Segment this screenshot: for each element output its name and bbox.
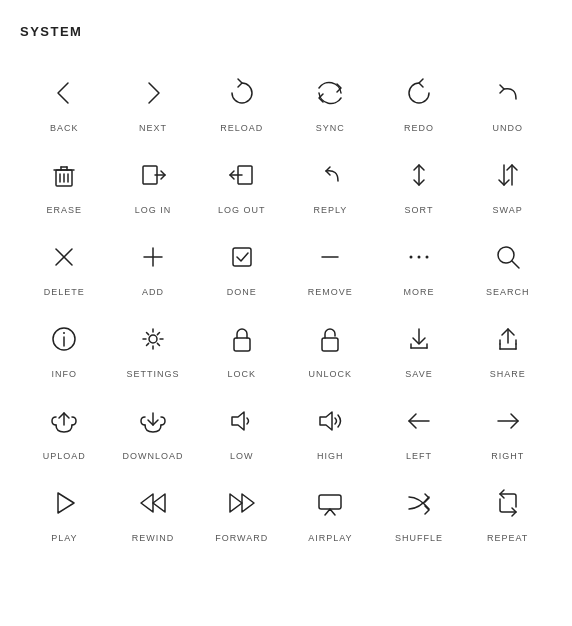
svg-point-27	[149, 335, 157, 343]
rewind-icon-cell[interactable]: REWIND	[109, 469, 198, 551]
delete-icon-cell[interactable]: DELETE	[20, 223, 109, 305]
search-icon-cell[interactable]: SEARCH	[463, 223, 552, 305]
unlock-icon-cell[interactable]: UNLOCK	[286, 305, 375, 387]
next-label: NEXT	[139, 123, 167, 133]
upload-icon	[40, 397, 88, 445]
reply-icon-cell[interactable]: REPLY	[286, 141, 375, 223]
play-icon-cell[interactable]: PLAY	[20, 469, 109, 551]
share-icon	[484, 315, 532, 363]
redo-icon	[395, 69, 443, 117]
logout-icon-cell[interactable]: LOG OUT	[197, 141, 286, 223]
high-label: HIGH	[317, 451, 344, 461]
login-icon	[129, 151, 177, 199]
done-icon-cell[interactable]: DONE	[197, 223, 286, 305]
play-icon	[40, 479, 88, 527]
section-title: SYSTEM	[20, 24, 552, 39]
svg-rect-28	[234, 338, 250, 351]
reply-icon	[306, 151, 354, 199]
sync-icon-cell[interactable]: SYNC	[286, 59, 375, 141]
svg-line-23	[512, 261, 519, 268]
sort-label: SORT	[405, 205, 434, 215]
play-label: PLAY	[51, 533, 77, 543]
save-label: SAVE	[405, 369, 432, 379]
high-icon-cell[interactable]: HIGH	[286, 387, 375, 469]
download-icon	[129, 397, 177, 445]
shuffle-label: SHUFFLE	[395, 533, 443, 543]
more-icon-cell[interactable]: MORE	[375, 223, 464, 305]
sync-label: SYNC	[316, 123, 345, 133]
forward-icon-cell[interactable]: FORWARD	[197, 469, 286, 551]
swap-icon	[484, 151, 532, 199]
save-icon-cell[interactable]: SAVE	[375, 305, 464, 387]
settings-label: SETTINGS	[126, 369, 179, 379]
add-icon	[129, 233, 177, 281]
airplay-icon	[306, 479, 354, 527]
svg-marker-43	[320, 412, 332, 430]
info-icon-cell[interactable]: INFO	[20, 305, 109, 387]
icon-grid: BACK NEXT RELOAD SYNC	[20, 59, 552, 551]
done-icon	[218, 233, 266, 281]
share-icon-cell[interactable]: SHARE	[463, 305, 552, 387]
next-icon-cell[interactable]: NEXT	[109, 59, 198, 141]
reload-icon	[218, 69, 266, 117]
left-icon-cell[interactable]: LEFT	[375, 387, 464, 469]
forward-icon	[218, 479, 266, 527]
shuffle-icon-cell[interactable]: SHUFFLE	[375, 469, 464, 551]
svg-point-26	[63, 332, 65, 334]
airplay-icon-cell[interactable]: AIRPLAY	[286, 469, 375, 551]
svg-marker-46	[58, 493, 74, 513]
remove-icon	[306, 233, 354, 281]
add-label: ADD	[142, 287, 164, 297]
erase-icon-cell[interactable]: ERASE	[20, 141, 109, 223]
airplay-label: AIRPLAY	[308, 533, 352, 543]
rewind-label: REWIND	[132, 533, 175, 543]
redo-label: REDO	[404, 123, 434, 133]
delete-icon	[40, 233, 88, 281]
lock-icon-cell[interactable]: LOCK	[197, 305, 286, 387]
search-label: SEARCH	[486, 287, 530, 297]
settings-icon-cell[interactable]: SETTINGS	[109, 305, 198, 387]
download-icon-cell[interactable]: DOWNLOAD	[109, 387, 198, 469]
forward-label: FORWARD	[215, 533, 268, 543]
svg-marker-50	[242, 494, 254, 512]
svg-marker-42	[232, 412, 244, 430]
sync-icon	[306, 69, 354, 117]
right-label: RIGHT	[491, 451, 524, 461]
back-icon-cell[interactable]: BACK	[20, 59, 109, 141]
remove-label: REMOVE	[308, 287, 353, 297]
more-label: MORE	[403, 287, 434, 297]
undo-icon-cell[interactable]: UNDO	[463, 59, 552, 141]
sort-icon-cell[interactable]: SORT	[375, 141, 464, 223]
svg-point-19	[409, 256, 412, 259]
remove-icon-cell[interactable]: REMOVE	[286, 223, 375, 305]
lock-label: LOCK	[227, 369, 256, 379]
svg-point-21	[425, 256, 428, 259]
low-icon	[218, 397, 266, 445]
more-icon	[395, 233, 443, 281]
left-icon	[395, 397, 443, 445]
swap-icon-cell[interactable]: SWAP	[463, 141, 552, 223]
redo-icon-cell[interactable]: REDO	[375, 59, 464, 141]
right-icon	[484, 397, 532, 445]
reload-icon-cell[interactable]: RELOAD	[197, 59, 286, 141]
lock-icon	[218, 315, 266, 363]
done-label: DONE	[227, 287, 257, 297]
repeat-icon-cell[interactable]: REPEAT	[463, 469, 552, 551]
delete-label: DELETE	[44, 287, 85, 297]
info-icon	[40, 315, 88, 363]
low-icon-cell[interactable]: LOW	[197, 387, 286, 469]
right-icon-cell[interactable]: RIGHT	[463, 387, 552, 469]
add-icon-cell[interactable]: ADD	[109, 223, 198, 305]
undo-icon	[484, 69, 532, 117]
info-label: INFO	[52, 369, 78, 379]
high-icon	[306, 397, 354, 445]
login-icon-cell[interactable]: LOG IN	[109, 141, 198, 223]
erase-icon	[40, 151, 88, 199]
undo-label: UNDO	[492, 123, 523, 133]
share-label: SHARE	[490, 369, 526, 379]
rewind-icon	[129, 479, 177, 527]
upload-icon-cell[interactable]: UPLOAD	[20, 387, 109, 469]
svg-marker-47	[141, 494, 153, 512]
svg-marker-48	[153, 494, 165, 512]
repeat-label: REPEAT	[487, 533, 528, 543]
